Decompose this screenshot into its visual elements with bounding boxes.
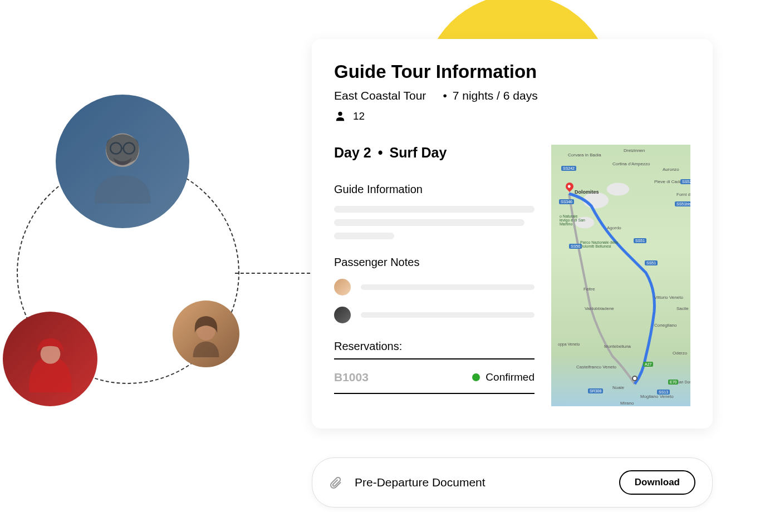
road-badge: SS52 — [680, 179, 690, 184]
skeleton-text — [361, 312, 534, 318]
map-place-label: Forni di — [676, 192, 690, 197]
dashed-connector-line — [235, 273, 316, 274]
map-place-label: Agordo — [607, 225, 621, 230]
reservation-id: B1003 — [334, 371, 369, 384]
map-place-label: Conegliano — [654, 323, 676, 328]
avatar-guide-primary — [56, 95, 189, 228]
map-place-label: Sacile — [676, 306, 689, 311]
map-place-label: Feltre — [583, 287, 595, 292]
avatar-network-diagram — [0, 95, 267, 412]
status-dot-icon — [472, 373, 480, 381]
passenger-note-row — [334, 279, 534, 295]
map-place-label: Mirano — [620, 401, 634, 406]
svg-point-6 — [338, 112, 342, 116]
road-badge: SS51 — [645, 260, 658, 265]
map-place-label: Castelfranco Veneto — [576, 364, 616, 370]
document-download-bar: Pre-Departure Document Download — [312, 457, 713, 508]
tour-duration: 7 nights / 6 days — [443, 89, 537, 102]
reservations-label: Reservations: — [334, 340, 534, 359]
map-place-label: Auronzo — [663, 167, 679, 172]
road-badge: SS50 — [569, 244, 582, 249]
map-place-label: Corvara in Badia — [568, 152, 601, 157]
tour-details-column: Day 2•Surf Day Guide Information Passeng… — [334, 145, 534, 406]
map-place-label: oppa Veneto — [558, 342, 580, 346]
passenger-mini-avatar — [334, 307, 351, 323]
road-badge: SR308 — [588, 388, 603, 393]
road-badge: E70 — [668, 380, 678, 385]
map-place-label: Cortina d'Ampezzo — [612, 161, 650, 166]
map-place-label: Valdobbiadene — [585, 306, 614, 311]
map-place-label: Vittorio Veneto — [654, 295, 683, 300]
passenger-mini-avatar — [334, 279, 351, 295]
map-column: Dolomites Cortina d'Ampezzo Auronzo Corv… — [551, 145, 690, 406]
skeleton-text — [334, 206, 534, 213]
map-label-dolomites: Dolomites — [575, 189, 599, 195]
guide-info-label: Guide Information — [334, 183, 534, 196]
reservations-section: Reservations: B1003 Confirmed — [334, 340, 534, 394]
reservation-row: B1003 Confirmed — [334, 371, 534, 394]
map-place-label: Parco Nazionale delle Dolomiti Bellunesi — [580, 240, 619, 248]
day-name: Surf Day — [389, 145, 447, 160]
passenger-note-row — [334, 307, 534, 323]
map-place-label: o Naturale ievigo e di San Martino — [560, 214, 587, 226]
road-badge: A27 — [643, 362, 653, 367]
person-icon — [334, 110, 346, 122]
skeleton-text — [361, 284, 534, 290]
road-badge: SS13 — [657, 390, 670, 395]
tour-name: East Coastal Tour — [334, 89, 426, 102]
document-label: Pre-Departure Document — [355, 476, 607, 489]
passenger-notes-label: Passenger Notes — [334, 256, 534, 269]
skeleton-text — [334, 233, 394, 239]
road-badge: SS51 — [634, 238, 646, 243]
tour-info-card: Guide Tour Information East Coastal Tour… — [312, 39, 713, 428]
road-badge: SS242 — [561, 166, 576, 171]
reservation-status: Confirmed — [472, 371, 534, 383]
day-label: Day 2 — [334, 145, 371, 160]
map-start-marker-icon — [632, 376, 638, 381]
skeleton-text — [334, 219, 524, 226]
avatar-passenger-1 — [3, 312, 97, 406]
map-place-label: Montebelluna — [604, 344, 631, 349]
day-heading: Day 2•Surf Day — [334, 145, 534, 161]
people-count-value: 12 — [353, 110, 365, 122]
download-button[interactable]: Download — [619, 470, 695, 495]
map-place-label: Mogliano Veneto — [640, 394, 674, 399]
road-badge: SS51bis — [675, 201, 690, 206]
road-badge: SS346 — [559, 199, 574, 204]
status-text: Confirmed — [486, 371, 534, 383]
map-place-label: Oderzo — [673, 351, 687, 356]
route-map[interactable]: Dolomites Cortina d'Ampezzo Auronzo Corv… — [551, 145, 690, 406]
map-place-label: Dreizinnen — [624, 148, 645, 153]
avatar-passenger-2 — [173, 301, 239, 367]
map-place-label: San Donà di P — [676, 380, 690, 384]
card-subtitle: East Coastal Tour 7 nights / 6 days — [334, 89, 690, 102]
map-place-label: Noale — [612, 385, 624, 390]
paperclip-icon — [329, 476, 342, 489]
people-count: 12 — [334, 110, 690, 122]
card-title: Guide Tour Information — [334, 61, 690, 82]
